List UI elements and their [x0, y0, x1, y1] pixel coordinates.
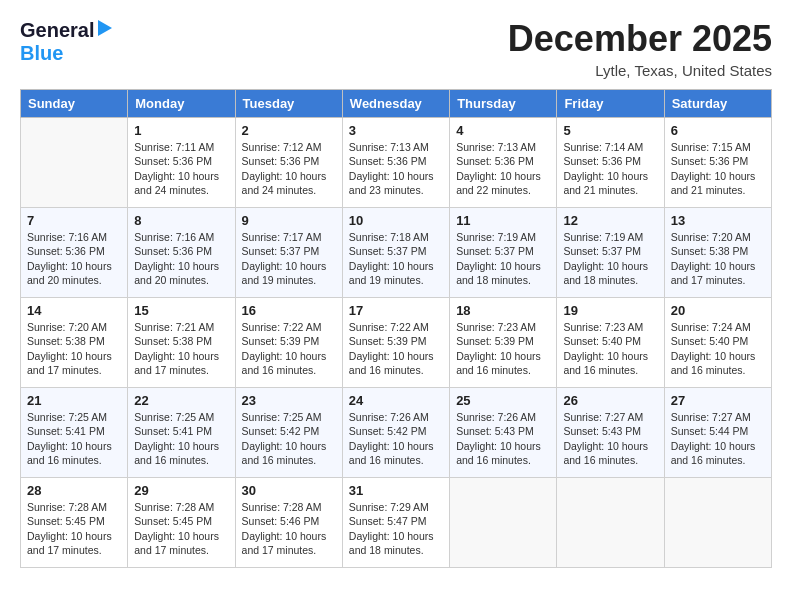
sunset-text: Sunset: 5:36 PM	[349, 155, 427, 167]
day-number: 6	[671, 123, 765, 138]
table-row: 25Sunrise: 7:26 AMSunset: 5:43 PMDayligh…	[450, 388, 557, 478]
table-row: 15Sunrise: 7:21 AMSunset: 5:38 PMDayligh…	[128, 298, 235, 388]
day-number: 18	[456, 303, 550, 318]
table-row: 20Sunrise: 7:24 AMSunset: 5:40 PMDayligh…	[664, 298, 771, 388]
sunset-text: Sunset: 5:39 PM	[349, 335, 427, 347]
header: General Blue December 2025 Lytle, Texas,…	[20, 18, 772, 79]
day-number: 23	[242, 393, 336, 408]
day-number: 17	[349, 303, 443, 318]
day-info: Sunrise: 7:15 AMSunset: 5:36 PMDaylight:…	[671, 140, 765, 198]
sunset-text: Sunset: 5:38 PM	[134, 335, 212, 347]
sunrise-text: Sunrise: 7:22 AM	[349, 321, 429, 333]
day-info: Sunrise: 7:11 AMSunset: 5:36 PMDaylight:…	[134, 140, 228, 198]
col-monday: Monday	[128, 90, 235, 118]
col-friday: Friday	[557, 90, 664, 118]
table-row: 31Sunrise: 7:29 AMSunset: 5:47 PMDayligh…	[342, 478, 449, 568]
sunset-text: Sunset: 5:36 PM	[134, 245, 212, 257]
day-info: Sunrise: 7:27 AMSunset: 5:44 PMDaylight:…	[671, 410, 765, 468]
table-row: 29Sunrise: 7:28 AMSunset: 5:45 PMDayligh…	[128, 478, 235, 568]
day-number: 27	[671, 393, 765, 408]
sunset-text: Sunset: 5:39 PM	[242, 335, 320, 347]
sunset-text: Sunset: 5:46 PM	[242, 515, 320, 527]
sunrise-text: Sunrise: 7:25 AM	[242, 411, 322, 423]
day-number: 15	[134, 303, 228, 318]
day-info: Sunrise: 7:19 AMSunset: 5:37 PMDaylight:…	[563, 230, 657, 288]
day-info: Sunrise: 7:26 AMSunset: 5:42 PMDaylight:…	[349, 410, 443, 468]
title-area: December 2025 Lytle, Texas, United State…	[508, 18, 772, 79]
day-info: Sunrise: 7:25 AMSunset: 5:41 PMDaylight:…	[27, 410, 121, 468]
day-info: Sunrise: 7:16 AMSunset: 5:36 PMDaylight:…	[27, 230, 121, 288]
table-row: 23Sunrise: 7:25 AMSunset: 5:42 PMDayligh…	[235, 388, 342, 478]
day-number: 13	[671, 213, 765, 228]
calendar-week-row: 1Sunrise: 7:11 AMSunset: 5:36 PMDaylight…	[21, 118, 772, 208]
table-row: 26Sunrise: 7:27 AMSunset: 5:43 PMDayligh…	[557, 388, 664, 478]
calendar-week-row: 14Sunrise: 7:20 AMSunset: 5:38 PMDayligh…	[21, 298, 772, 388]
sunset-text: Sunset: 5:36 PM	[134, 155, 212, 167]
day-info: Sunrise: 7:13 AMSunset: 5:36 PMDaylight:…	[349, 140, 443, 198]
day-info: Sunrise: 7:12 AMSunset: 5:36 PMDaylight:…	[242, 140, 336, 198]
daylight-text: Daylight: 10 hours and 18 minutes.	[349, 530, 434, 556]
table-row: 22Sunrise: 7:25 AMSunset: 5:41 PMDayligh…	[128, 388, 235, 478]
table-row: 30Sunrise: 7:28 AMSunset: 5:46 PMDayligh…	[235, 478, 342, 568]
sunset-text: Sunset: 5:36 PM	[242, 155, 320, 167]
sunrise-text: Sunrise: 7:28 AM	[242, 501, 322, 513]
day-number: 3	[349, 123, 443, 138]
sunset-text: Sunset: 5:43 PM	[456, 425, 534, 437]
sunset-text: Sunset: 5:44 PM	[671, 425, 749, 437]
daylight-text: Daylight: 10 hours and 17 minutes.	[27, 530, 112, 556]
day-info: Sunrise: 7:24 AMSunset: 5:40 PMDaylight:…	[671, 320, 765, 378]
day-info: Sunrise: 7:28 AMSunset: 5:46 PMDaylight:…	[242, 500, 336, 558]
sunset-text: Sunset: 5:42 PM	[242, 425, 320, 437]
day-number: 14	[27, 303, 121, 318]
day-info: Sunrise: 7:16 AMSunset: 5:36 PMDaylight:…	[134, 230, 228, 288]
sunset-text: Sunset: 5:38 PM	[27, 335, 105, 347]
daylight-text: Daylight: 10 hours and 17 minutes.	[27, 350, 112, 376]
daylight-text: Daylight: 10 hours and 16 minutes.	[242, 350, 327, 376]
table-row: 8Sunrise: 7:16 AMSunset: 5:36 PMDaylight…	[128, 208, 235, 298]
sunrise-text: Sunrise: 7:16 AM	[27, 231, 107, 243]
sunrise-text: Sunrise: 7:18 AM	[349, 231, 429, 243]
day-info: Sunrise: 7:28 AMSunset: 5:45 PMDaylight:…	[134, 500, 228, 558]
daylight-text: Daylight: 10 hours and 22 minutes.	[456, 170, 541, 196]
daylight-text: Daylight: 10 hours and 21 minutes.	[671, 170, 756, 196]
table-row: 16Sunrise: 7:22 AMSunset: 5:39 PMDayligh…	[235, 298, 342, 388]
sunrise-text: Sunrise: 7:21 AM	[134, 321, 214, 333]
sunset-text: Sunset: 5:36 PM	[456, 155, 534, 167]
month-title: December 2025	[508, 18, 772, 60]
sunrise-text: Sunrise: 7:11 AM	[134, 141, 214, 153]
sunrise-text: Sunrise: 7:13 AM	[349, 141, 429, 153]
day-number: 2	[242, 123, 336, 138]
daylight-text: Daylight: 10 hours and 16 minutes.	[563, 440, 648, 466]
location: Lytle, Texas, United States	[508, 62, 772, 79]
day-number: 26	[563, 393, 657, 408]
sunrise-text: Sunrise: 7:25 AM	[134, 411, 214, 423]
sunrise-text: Sunrise: 7:14 AM	[563, 141, 643, 153]
day-info: Sunrise: 7:26 AMSunset: 5:43 PMDaylight:…	[456, 410, 550, 468]
daylight-text: Daylight: 10 hours and 16 minutes.	[563, 350, 648, 376]
day-number: 16	[242, 303, 336, 318]
day-number: 24	[349, 393, 443, 408]
table-row: 9Sunrise: 7:17 AMSunset: 5:37 PMDaylight…	[235, 208, 342, 298]
table-row	[450, 478, 557, 568]
table-row	[21, 118, 128, 208]
day-number: 7	[27, 213, 121, 228]
logo-blue-text: Blue	[20, 42, 63, 65]
calendar-header-row: Sunday Monday Tuesday Wednesday Thursday…	[21, 90, 772, 118]
daylight-text: Daylight: 10 hours and 19 minutes.	[349, 260, 434, 286]
daylight-text: Daylight: 10 hours and 24 minutes.	[242, 170, 327, 196]
col-saturday: Saturday	[664, 90, 771, 118]
day-number: 29	[134, 483, 228, 498]
table-row: 19Sunrise: 7:23 AMSunset: 5:40 PMDayligh…	[557, 298, 664, 388]
day-number: 11	[456, 213, 550, 228]
sunrise-text: Sunrise: 7:27 AM	[563, 411, 643, 423]
sunset-text: Sunset: 5:39 PM	[456, 335, 534, 347]
daylight-text: Daylight: 10 hours and 16 minutes.	[27, 440, 112, 466]
table-row	[557, 478, 664, 568]
day-info: Sunrise: 7:14 AMSunset: 5:36 PMDaylight:…	[563, 140, 657, 198]
table-row: 1Sunrise: 7:11 AMSunset: 5:36 PMDaylight…	[128, 118, 235, 208]
day-info: Sunrise: 7:27 AMSunset: 5:43 PMDaylight:…	[563, 410, 657, 468]
sunset-text: Sunset: 5:36 PM	[563, 155, 641, 167]
day-number: 22	[134, 393, 228, 408]
table-row: 14Sunrise: 7:20 AMSunset: 5:38 PMDayligh…	[21, 298, 128, 388]
sunset-text: Sunset: 5:41 PM	[27, 425, 105, 437]
